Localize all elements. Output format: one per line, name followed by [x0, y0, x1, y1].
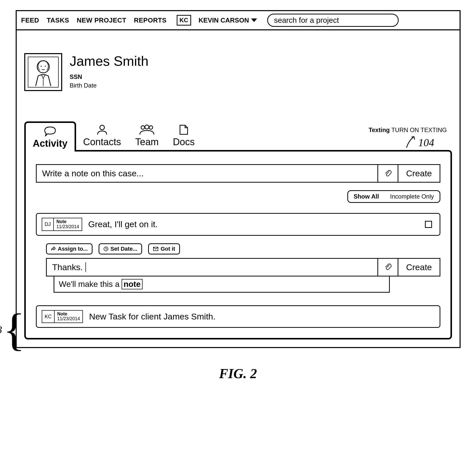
document-icon: [179, 124, 189, 135]
person-portrait-icon: [31, 58, 56, 86]
svg-point-0: [37, 61, 49, 73]
suggestion-text: We'll make this a: [59, 280, 120, 289]
figure-caption: FIG. 2: [10, 366, 466, 381]
clock-icon: [103, 246, 108, 251]
nav-tasks[interactable]: TASKS: [47, 16, 69, 24]
tab-docs[interactable]: Docs: [166, 121, 202, 150]
filter-toggle: Show All Incomplete Only: [347, 190, 440, 203]
suggestion-dropdown[interactable]: We'll make this a note: [54, 276, 390, 293]
suggestion-keyword: note: [122, 279, 143, 289]
tab-team[interactable]: Team: [128, 121, 166, 150]
user-menu[interactable]: KEVIN CARSON: [199, 16, 257, 24]
chip-label: Set Date...: [110, 246, 137, 252]
note-composer: Write a note on this case... Create: [36, 164, 440, 183]
tab-activity[interactable]: Activity: [24, 121, 76, 152]
svg-point-2: [45, 66, 46, 67]
chevron-down-icon: [251, 18, 257, 22]
chip-label: Got it: [161, 246, 175, 252]
avatar: [24, 53, 62, 91]
main-content: James Smith SSN Birth Date Texting TURN …: [17, 30, 460, 347]
feed-actions: Assign to... Set Date... Got it: [46, 243, 440, 254]
user-initials-badge[interactable]: KC: [177, 15, 191, 26]
reply-attach-button[interactable]: [377, 259, 398, 276]
assign-to-button[interactable]: Assign to...: [46, 243, 93, 254]
tab-contacts[interactable]: Contacts: [76, 121, 128, 150]
chip-label: Assign to...: [58, 246, 88, 252]
avatar-image: [28, 57, 59, 88]
feed-type: Note: [57, 312, 80, 317]
profile-birthdate-label: Birth Date: [70, 82, 149, 89]
paperclip-icon: [384, 263, 392, 271]
feed-author-badge: DJ Note 11/23/2014: [42, 218, 82, 231]
svg-point-1: [41, 66, 42, 67]
profile-header: James Smith SSN Birth Date: [24, 53, 452, 91]
reply-create-button[interactable]: Create: [398, 259, 439, 276]
people-icon: [139, 124, 155, 135]
profile-info: James Smith SSN Birth Date: [70, 53, 149, 91]
attach-button[interactable]: [377, 165, 398, 182]
profile-name: James Smith: [70, 53, 149, 69]
author-initials: DJ: [42, 218, 54, 230]
reply-input[interactable]: Thanks.: [47, 259, 378, 276]
author-initials: KC: [42, 311, 55, 323]
nav-reports[interactable]: REPORTS: [134, 16, 167, 24]
feed-text: Great, I'll get on it.: [88, 219, 419, 229]
feed-date: 11/23/2014: [56, 224, 79, 229]
annotation-103: 103 {: [0, 316, 25, 344]
user-name: KEVIN CARSON: [199, 16, 249, 24]
tab-label: Contacts: [83, 137, 121, 147]
svg-point-4: [141, 126, 145, 129]
filter-incomplete-only[interactable]: Incomplete Only: [384, 191, 439, 202]
set-date-button[interactable]: Set Date...: [99, 243, 142, 254]
got-it-button[interactable]: Got it: [148, 243, 180, 254]
filter-row: Show All Incomplete Only: [36, 190, 440, 203]
filter-show-all[interactable]: Show All: [348, 191, 384, 202]
envelope-icon: [153, 247, 158, 251]
feed-item: KC Note 11/23/2014 New Task for client J…: [36, 305, 440, 328]
share-arrow-icon: [51, 246, 56, 251]
nav-feed[interactable]: FEED: [21, 16, 39, 24]
feed-date: 11/23/2014: [57, 316, 80, 321]
app-window: FEED TASKS NEW PROJECT REPORTS KC KEVIN …: [16, 10, 461, 348]
feed-checkbox[interactable]: [425, 221, 432, 228]
speech-bubble-icon: [43, 126, 57, 137]
svg-point-5: [145, 125, 149, 129]
search-input[interactable]: search for a project: [267, 14, 399, 27]
feed-text: New Task for client James Smith.: [89, 312, 434, 321]
activity-panel: Write a note on this case... Create Show…: [24, 150, 452, 339]
top-nav: FEED TASKS NEW PROJECT REPORTS KC KEVIN …: [17, 11, 460, 30]
note-input[interactable]: Write a note on this case...: [37, 165, 378, 182]
svg-point-3: [100, 125, 104, 130]
tab-label: Docs: [173, 137, 195, 147]
create-button[interactable]: Create: [398, 165, 439, 182]
feed-author-badge: KC Note 11/23/2014: [42, 310, 83, 323]
feed-type: Note: [56, 219, 79, 224]
tab-label: Team: [135, 137, 159, 147]
tabs: Activity Contacts Team: [24, 121, 452, 150]
paperclip-icon: [384, 169, 392, 178]
nav-new-project[interactable]: NEW PROJECT: [77, 16, 126, 24]
profile-ssn-label: SSN: [70, 73, 149, 80]
person-icon: [97, 124, 108, 135]
reply-composer: Thanks. Create: [46, 258, 440, 276]
tab-label: Activity: [33, 138, 67, 149]
feed-item: DJ Note 11/23/2014 Great, I'll get on it…: [36, 213, 440, 236]
reply-block: Thanks. Create We'll make this a note: [46, 258, 440, 293]
svg-point-6: [149, 126, 153, 129]
